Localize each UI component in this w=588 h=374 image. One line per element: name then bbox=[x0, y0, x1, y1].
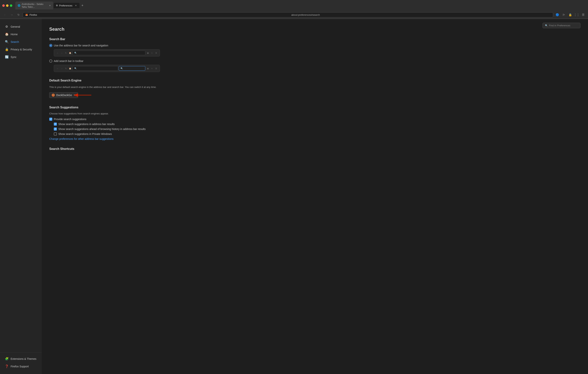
reload-button[interactable]: ↻ bbox=[16, 12, 21, 17]
checkbox-address-bar-label: Show search suggestions in address bar r… bbox=[58, 123, 115, 126]
other-suggestions-link[interactable]: Change preferences for other address bar… bbox=[49, 137, 114, 140]
browser-mockup-1: ← → ↻ 🏠 🔍 ▣ » ☰ bbox=[54, 49, 160, 56]
url-favicon: 🦊 bbox=[25, 13, 28, 16]
new-tab-button[interactable]: + bbox=[80, 3, 85, 8]
extension-icon-2[interactable]: 🏳 bbox=[561, 12, 567, 17]
checkbox-private-windows[interactable]: Show search suggestions in Private Windo… bbox=[54, 132, 580, 136]
checkbox-show-in-address-bar[interactable]: Show search suggestions in address bar r… bbox=[54, 123, 580, 126]
extension-icon-1[interactable]: 🔵 bbox=[555, 12, 560, 17]
extension-icon-3[interactable]: 🔒 bbox=[567, 12, 573, 17]
tab-inactive[interactable]: 🌐 Androbuntu - Selalu Tahu Tekn... ✕ bbox=[15, 1, 53, 10]
dropdown-row: 🦆 DuckDuckGo ▼ bbox=[49, 91, 580, 99]
sidebar-privacy-label: Privacy & Security bbox=[10, 48, 32, 51]
gear-icon: ⚙ bbox=[5, 25, 8, 28]
radio-address-bar-label: Use the address bar for search and navig… bbox=[54, 44, 108, 47]
page-title: Search bbox=[49, 27, 580, 32]
default-engine-desc: This is your default search engine in th… bbox=[49, 85, 167, 89]
sidebar-extensions-label: Extensions & Themes bbox=[10, 357, 36, 360]
sidebar-sync-label: Sync bbox=[10, 55, 16, 59]
mockup-search-bar: 🔍 bbox=[119, 66, 145, 71]
default-engine-dropdown[interactable]: 🦆 DuckDuckGo ▼ bbox=[49, 92, 78, 98]
content-area: 🔍 Find in Preferences Search Search Bar … bbox=[42, 19, 588, 374]
window-chrome: 🌐 Androbuntu - Selalu Tahu Tekn... ✕ ⚙ P… bbox=[0, 0, 588, 19]
mockup2-menu-icon: ☰ bbox=[154, 67, 158, 70]
checkbox-history-checked[interactable] bbox=[54, 128, 57, 130]
suggestions-section: Search Suggestions Choose how suggestion… bbox=[49, 106, 580, 140]
sidebar-item-home[interactable]: 🏠 Home bbox=[1, 31, 41, 38]
home-icon: 🏠 bbox=[5, 32, 8, 36]
mockup-menu-icon: ☰ bbox=[154, 51, 158, 54]
back-button[interactable]: ← bbox=[2, 12, 8, 17]
tab-inactive-close[interactable]: ✕ bbox=[49, 4, 51, 7]
red-arrow-annotation bbox=[76, 91, 95, 99]
sidebar-bottom: 🧩 Extensions & Themes ❓ Firefox Support bbox=[0, 353, 42, 370]
mockup-icons-1: ▣ » ☰ bbox=[146, 51, 158, 54]
forward-button[interactable]: → bbox=[9, 12, 14, 17]
hamburger-menu[interactable]: ☰ bbox=[580, 12, 586, 17]
sidebar-item-sync[interactable]: 🔄 Sync bbox=[1, 53, 41, 61]
checkbox-address-bar-checked[interactable] bbox=[54, 123, 57, 126]
mockup2-home: 🏠 bbox=[68, 67, 72, 70]
mockup-grid-icon: ▣ bbox=[146, 51, 149, 54]
sidebar-support-label: Firefox Support bbox=[10, 365, 29, 368]
sidebar-nav: ⚙ General 🏠 Home 🔍 Search 🔒 Privacy & Se… bbox=[0, 23, 42, 353]
mockup2-back: ← bbox=[56, 67, 59, 70]
tab-active-close[interactable]: ✕ bbox=[74, 4, 77, 7]
lock-icon: 🔒 bbox=[5, 48, 8, 51]
radio-unchecked[interactable] bbox=[49, 60, 52, 63]
sync-icon: 🔄 bbox=[5, 55, 8, 59]
browser-mockup-2: ← → ↻ 🏠 🔍 🔍 ▣ » ☰ bbox=[54, 65, 160, 72]
search-icon-small: 🔍 bbox=[545, 24, 548, 27]
sidebar-search-label: Search bbox=[10, 40, 19, 43]
sidebar-item-support[interactable]: ❓ Firefox Support bbox=[1, 363, 41, 370]
mockup2-forward: → bbox=[60, 67, 63, 70]
mockup-reload: ↻ bbox=[64, 51, 68, 54]
maximize-button[interactable] bbox=[10, 4, 12, 7]
traffic-lights bbox=[2, 4, 12, 7]
mockup-icons-2: ▣ » ☰ bbox=[146, 67, 158, 70]
tab-active-label: Preferences bbox=[59, 4, 72, 7]
minimize-button[interactable] bbox=[6, 4, 9, 7]
mockup-forward: → bbox=[60, 51, 63, 54]
sidebar-item-search[interactable]: 🔍 Search bbox=[1, 38, 41, 45]
checkbox-private-unchecked[interactable] bbox=[54, 132, 57, 136]
radio-toolbar-search[interactable]: Add search bar in toolbar bbox=[49, 60, 580, 63]
radio-checked[interactable] bbox=[49, 44, 52, 47]
close-button[interactable] bbox=[2, 4, 5, 7]
tab-bar: 🌐 Androbuntu - Selalu Tahu Tekn... ✕ ⚙ P… bbox=[15, 1, 586, 10]
sidebar-general-label: General bbox=[10, 25, 20, 28]
sidebar: ⚙ General 🏠 Home 🔍 Search 🔒 Privacy & Se… bbox=[0, 19, 42, 374]
checkbox-provide-label: Provide search suggestions bbox=[54, 118, 86, 121]
mockup-arrows-icon: » bbox=[150, 51, 154, 54]
sidebar-item-privacy[interactable]: 🔒 Privacy & Security bbox=[1, 46, 41, 53]
checkbox-private-label: Show search suggestions in Private Windo… bbox=[58, 132, 112, 136]
tab-inactive-label: Androbuntu - Selalu Tahu Tekn... bbox=[21, 3, 47, 8]
toolbar-icons: 🔵 🏳 🔒 ⋮⋮ ☰ bbox=[555, 12, 586, 17]
checkbox-show-ahead-history[interactable]: Show search suggestions ahead of browsin… bbox=[54, 128, 580, 130]
main-layout: ⚙ General 🏠 Home 🔍 Search 🔒 Privacy & Se… bbox=[0, 19, 588, 374]
default-engine-section: Default Search Engine This is your defau… bbox=[49, 79, 580, 99]
find-in-preferences[interactable]: 🔍 Find in Preferences bbox=[543, 23, 580, 28]
mockup2-arrows-icon: » bbox=[150, 67, 154, 70]
duckduckgo-icon: 🦆 bbox=[52, 94, 55, 97]
suggestions-title: Search Suggestions bbox=[49, 106, 580, 109]
sidebar-home-label: Home bbox=[10, 33, 18, 36]
default-engine-title: Default Search Engine bbox=[49, 79, 580, 82]
mockup-address-1: 🔍 bbox=[73, 51, 145, 55]
tab-active[interactable]: ⚙ Preferences ✕ bbox=[54, 3, 80, 8]
sidebar-item-general[interactable]: ⚙ General bbox=[1, 23, 41, 30]
dropdown-arrow-icon: ▼ bbox=[73, 94, 76, 96]
mockup-home: 🏠 bbox=[68, 51, 72, 54]
url-input-container[interactable]: 🦊 Firefox about:preferences#search bbox=[23, 12, 553, 17]
url-text: Firefox bbox=[30, 13, 289, 16]
mockup2-grid-icon: ▣ bbox=[146, 67, 149, 70]
search-icon: 🔍 bbox=[5, 40, 8, 43]
radio-address-bar[interactable]: Use the address bar for search and navig… bbox=[49, 44, 580, 47]
checkbox-provide-checked[interactable] bbox=[49, 118, 52, 121]
tab-prefs-icon: ⚙ bbox=[56, 4, 58, 7]
sidebar-item-extensions[interactable]: 🧩 Extensions & Themes bbox=[1, 355, 41, 363]
checkbox-provide-suggestions[interactable]: Provide search suggestions bbox=[49, 118, 580, 121]
mockup2-reload: ↻ bbox=[64, 67, 68, 70]
title-bar: 🌐 Androbuntu - Selalu Tahu Tekn... ✕ ⚙ P… bbox=[0, 0, 588, 11]
app-menu-icon[interactable]: ⋮⋮ bbox=[574, 12, 579, 17]
